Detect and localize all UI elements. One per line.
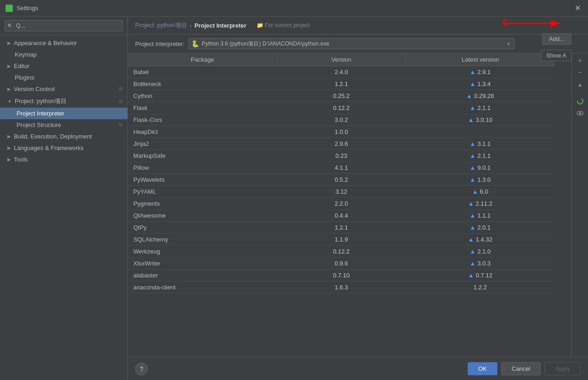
package-name: HeapDict	[128, 126, 277, 138]
package-name: Flask	[128, 102, 277, 114]
svg-point-8	[579, 112, 581, 115]
arrow-icon: ▶	[7, 134, 11, 139]
sidebar-item-label: Plugins	[15, 74, 34, 81]
package-version: 1.1.9	[277, 234, 405, 246]
table-row[interactable]: QtPy1.2.1▲2.0.1	[128, 222, 555, 234]
sidebar-item-editor[interactable]: ▶ Editor	[0, 60, 127, 72]
sidebar-item-plugins[interactable]: Plugins	[0, 72, 127, 83]
package-version: 0.12.2	[277, 246, 405, 258]
package-name: Cython	[128, 90, 277, 102]
eye-icon-button[interactable]	[574, 108, 586, 119]
interpreter-row: Project Interpreter: 🐍 Python 3.6 (pytho…	[128, 35, 588, 53]
close-button[interactable]: ✕	[573, 4, 582, 13]
sidebar-item-project-python[interactable]: ▼ Project: python项目 ⧉	[0, 95, 127, 108]
package-latest: ▲2.11.2	[405, 198, 555, 210]
sidebar-item-build[interactable]: ▶ Build, Execution, Deployment	[0, 131, 127, 142]
python-icon: 🐍	[191, 40, 199, 47]
table-row[interactable]: PyYAML3.12▲6.0	[128, 186, 555, 198]
sidebar-item-label: Languages & Frameworks	[14, 144, 84, 151]
add-icon-button[interactable]: +	[574, 55, 586, 66]
cancel-button[interactable]: Cancel	[501, 362, 541, 375]
package-latest: ▲1.3.4	[405, 78, 555, 90]
package-name: Flask-Cors	[128, 114, 277, 126]
table-row[interactable]: Babel2.4.0▲2.9.1	[128, 66, 555, 78]
table-row[interactable]: anaconda-client1.6.31.2.2	[128, 282, 555, 294]
sidebar-item-languages[interactable]: ▶ Languages & Frameworks	[0, 142, 127, 154]
add-package-button[interactable]: Add...	[542, 33, 571, 45]
package-version: 1.6.3	[277, 282, 405, 294]
sidebar-item-project-structure[interactable]: Project Structure ⧉	[0, 119, 127, 131]
table-row[interactable]: Cython0.25.2▲0.29.28	[128, 90, 555, 102]
search-input[interactable]	[5, 20, 123, 31]
table-row[interactable]: alabaster0.7.10▲0.7.12	[128, 270, 555, 282]
arrow-icon: ▶	[7, 145, 11, 150]
table-row[interactable]: XlsxWriter0.9.6▲3.0.3	[128, 258, 555, 270]
package-version: 0.25.2	[277, 90, 405, 102]
breadcrumb-for-current: 📁 For current project	[257, 22, 310, 29]
upgrade-icon-button[interactable]: ▲	[574, 79, 586, 90]
upgrade-arrow-icon: ▲	[470, 212, 476, 219]
package-version: 1.0.0	[277, 126, 405, 138]
package-version: 0.9.6	[277, 258, 405, 270]
package-name: Bottleneck	[128, 78, 277, 90]
table-row[interactable]: PyWavelets0.5.2▲1.3.0	[128, 174, 555, 186]
upgrade-arrow-icon: ▲	[470, 69, 476, 75]
package-name: PyWavelets	[128, 174, 277, 186]
upgrade-arrow-icon: ▲	[470, 176, 476, 183]
loading-icon-button[interactable]	[574, 96, 586, 107]
packages-table: Package Version Latest version Babel2.4.…	[128, 53, 555, 294]
table-row[interactable]: Pillow4.1.1▲9.0.1	[128, 162, 555, 174]
remove-icon-button[interactable]: −	[574, 67, 586, 78]
package-version: 3.0.2	[277, 114, 405, 126]
copy-icon: ⧉	[119, 122, 123, 128]
package-version: 2.2.0	[277, 198, 405, 210]
package-version: 1.2.1	[277, 222, 405, 234]
package-name: PyYAML	[128, 186, 277, 198]
table-row[interactable]: Flask-Cors3.0.2▲3.0.10	[128, 114, 555, 126]
breadcrumb-project: Project: python项目	[135, 21, 187, 29]
package-name: Werkzeug	[128, 246, 277, 258]
upgrade-arrow-icon: ▲	[466, 92, 472, 99]
app-icon	[6, 5, 13, 12]
table-row[interactable]: Bottleneck1.2.1▲1.3.4	[128, 78, 555, 90]
show-all-button[interactable]: Show A	[541, 50, 571, 61]
upgrade-arrow-icon: ▲	[468, 272, 474, 279]
sidebar-item-label: Appearance & Behavior	[14, 40, 77, 46]
table-row[interactable]: Jinja22.9.6▲3.1.1	[128, 138, 555, 150]
copy-icon: ⧉	[119, 86, 123, 92]
package-latest: ▲3.1.1	[405, 138, 555, 150]
table-row[interactable]: SQLAlchemy1.1.9▲1.4.32	[128, 234, 555, 246]
sidebar-item-label: Project Interpreter	[17, 110, 64, 117]
table-row[interactable]: HeapDict1.0.0	[128, 126, 555, 138]
interpreter-select[interactable]: Python 3.6 (python项目) D:\ANACONDA\python…	[188, 38, 514, 49]
package-latest: ▲2.1.1	[405, 150, 555, 162]
ok-button[interactable]: OK	[468, 362, 497, 375]
col-header-latest: Latest version	[405, 53, 555, 66]
package-name: anaconda-client	[128, 282, 277, 294]
sidebar-item-project-interpreter[interactable]: Project Interpreter ⧉	[0, 108, 127, 119]
apply-button[interactable]: Apply	[544, 362, 581, 375]
table-row[interactable]: MarkupSafe0.23▲2.1.1	[128, 150, 555, 162]
sidebar-item-label: Build, Execution, Deployment	[14, 133, 92, 140]
sidebar-search-area	[0, 17, 127, 35]
table-row[interactable]: Flask0.12.2▲2.1.1	[128, 102, 555, 114]
table-row[interactable]: Pygments2.2.0▲2.11.2	[128, 198, 555, 210]
table-row[interactable]: Werkzeug0.12.2▲2.1.0	[128, 246, 555, 258]
help-button[interactable]: ?	[135, 363, 148, 375]
sidebar-nav: ▶ Appearance & Behavior Keymap ▶ Editor …	[0, 35, 127, 380]
upgrade-arrow-icon: ▲	[470, 140, 476, 147]
folder-icon: 📁	[257, 22, 263, 29]
package-name: SQLAlchemy	[128, 234, 277, 246]
sidebar: ▶ Appearance & Behavior Keymap ▶ Editor …	[0, 17, 128, 380]
sidebar-item-version-control[interactable]: ▶ Version Control ⧉	[0, 83, 127, 95]
package-name: Pygments	[128, 198, 277, 210]
sidebar-item-appearance[interactable]: ▶ Appearance & Behavior	[0, 37, 127, 49]
upgrade-arrow-icon: ▲	[470, 104, 476, 111]
sidebar-item-tools[interactable]: ▶ Tools	[0, 154, 127, 165]
package-latest: ▲0.7.12	[405, 270, 555, 282]
table-row[interactable]: QtAwesome0.4.4▲1.1.1	[128, 210, 555, 222]
upgrade-arrow-icon: ▲	[470, 224, 476, 231]
sidebar-item-keymap[interactable]: Keymap	[0, 49, 127, 60]
package-latest: ▲3.0.3	[405, 258, 555, 270]
package-version: 2.9.6	[277, 138, 405, 150]
